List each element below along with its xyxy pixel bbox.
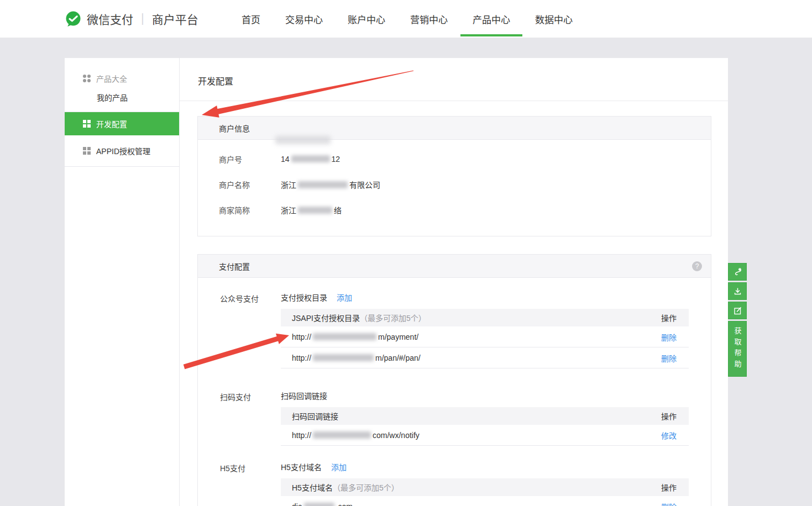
wechat-pay-logo-icon (65, 10, 82, 28)
scan-subline: 扫码回调链接 (281, 391, 711, 400)
jsapi-pay-label: 公众号支付 (220, 293, 259, 304)
auth-dir-url: http://m/payment/ (292, 333, 418, 341)
sidebar: 产品大全 我的产品 开发配置 APPID授权管理 (65, 58, 180, 506)
table-row: dia.com 删除 (281, 496, 689, 506)
merchant-shortname-value: 浙江络 (281, 204, 342, 215)
sidebar-item-label: 我的产品 (97, 92, 128, 103)
brand-name: 微信支付 (87, 10, 133, 27)
sidebar-divider (65, 166, 179, 167)
link-icon (733, 267, 742, 277)
redacted-blur (298, 181, 348, 188)
sidebar-item-product-catalog[interactable]: 产品大全 (65, 69, 179, 88)
get-help-button[interactable]: 获取帮助 (728, 321, 747, 377)
auth-dir-url: http://m/pan/#/pan/ (292, 354, 421, 362)
merchant-name-value: 浙江有限公司 (281, 179, 380, 190)
page-title: 开发配置 (198, 74, 233, 87)
download-button[interactable] (728, 282, 747, 300)
delete-link[interactable]: 删除 (661, 352, 677, 363)
help-question-icon[interactable]: ? (692, 261, 702, 271)
floating-toolbar: 获取帮助 (728, 263, 747, 377)
merchant-panel-header: 商户信息 (198, 117, 711, 140)
merchant-panel-title: 商户信息 (219, 123, 250, 134)
title-divider (180, 101, 728, 101)
redacted-blur (313, 354, 374, 361)
main-nav: 首页 交易中心 账户中心 营销中心 产品中心 数据中心 (242, 0, 573, 38)
delete-link[interactable]: 删除 (661, 501, 677, 506)
table-action-header: 操作 (661, 312, 677, 323)
table-header-label: H5支付域名（最多可添加5个） (292, 482, 399, 493)
payment-panel-header: 支付配置 ? (198, 255, 711, 278)
feedback-button[interactable] (728, 302, 747, 319)
redacted-blur (275, 136, 331, 144)
redacted-blur (304, 503, 334, 506)
sidebar-item-label: 产品大全 (96, 73, 127, 84)
merchant-shortname-row: 商家简称 浙江络 (198, 197, 711, 223)
jsapi-add-button[interactable]: 添加 (337, 292, 352, 303)
h5-pay-group: H5支付 H5支付域名 添加 H5支付域名（最多可添加5个） 操作 dia.co… (198, 462, 711, 506)
sidebar-item-label: 开发配置 (96, 118, 127, 129)
merchant-id-row: 商户号 1412 (198, 146, 711, 172)
table-header-row: H5支付域名（最多可添加5个） 操作 (281, 478, 689, 496)
merchant-info-panel: 商户信息 商户号 1412 商户名称 浙江有限公司 商家简称 浙江络 (197, 116, 711, 236)
jsapi-subtitle: 支付授权目录 (281, 292, 327, 303)
top-header: 微信支付 | 商户平台 首页 交易中心 账户中心 营销中心 产品中心 数据中心 (0, 0, 812, 38)
scan-subtitle: 扫码回调链接 (281, 390, 327, 401)
edit-icon (733, 306, 742, 315)
table-action-header: 操作 (661, 410, 677, 421)
scan-callback-table: 扫码回调链接 操作 http://com/wx/notify 修改 (281, 407, 689, 446)
jsapi-auth-dir-table: JSAPI支付授权目录（最多可添加5个） 操作 http://m/payment… (281, 309, 689, 368)
table-header-row: JSAPI支付授权目录（最多可添加5个） 操作 (281, 309, 689, 326)
nav-marketing-center[interactable]: 营销中心 (410, 0, 448, 38)
table-row: http://m/payment/ 删除 (281, 326, 689, 347)
redacted-blur (313, 431, 371, 439)
payment-config-panel: 支付配置 ? 公众号支付 支付授权目录 添加 JSAPI支付授权目录（最多可添加… (197, 254, 711, 506)
merchant-rows: 商户号 1412 商户名称 浙江有限公司 商家简称 浙江络 (198, 140, 711, 223)
merchant-shortname-label: 商家简称 (219, 204, 281, 215)
h5-pay-label: H5支付 (220, 462, 245, 473)
sidebar-item-my-products[interactable]: 我的产品 (65, 88, 179, 107)
table-action-header: 操作 (661, 482, 677, 493)
scan-pay-group: 扫码支付 扫码回调链接 扫码回调链接 操作 http://com/wx/noti… (198, 391, 711, 446)
table-header-label: 扫码回调链接 (292, 410, 338, 421)
merchant-name-row: 商户名称 浙江有限公司 (198, 172, 711, 197)
brand: 微信支付 | 商户平台 (65, 0, 198, 38)
h5-subtitle: H5支付域名 (281, 461, 322, 472)
modify-link[interactable]: 修改 (661, 430, 677, 441)
sidebar-item-dev-config[interactable]: 开发配置 (65, 112, 179, 135)
nav-home[interactable]: 首页 (242, 0, 260, 38)
grid-squares-icon (83, 147, 91, 155)
nav-account-center[interactable]: 账户中心 (348, 0, 385, 38)
table-header-note: （最多可添加5个） (333, 483, 399, 492)
get-help-label: 获取帮助 (732, 327, 743, 371)
merchant-id-label: 商户号 (219, 154, 281, 165)
h5-domain-value: dia.com (292, 502, 353, 506)
grid-squares-icon (83, 120, 91, 128)
nav-data-center[interactable]: 数据中心 (535, 0, 573, 38)
table-header-note: （最多可添加5个） (360, 314, 426, 323)
grid-dots-icon (83, 75, 91, 82)
redacted-blur (313, 333, 376, 340)
table-row: http://com/wx/notify 修改 (281, 425, 689, 446)
redacted-blur (291, 155, 330, 162)
h5-add-button[interactable]: 添加 (331, 461, 347, 472)
jsapi-pay-group: 公众号支付 支付授权目录 添加 JSAPI支付授权目录（最多可添加5个） 操作 … (198, 292, 711, 368)
sidebar-item-appid-auth[interactable]: APPID授权管理 (65, 135, 179, 166)
brand-platform: 商户平台 (152, 10, 198, 27)
main-area: 开发配置 商户信息 商户号 1412 商户名称 浙江有限公司 商家简称 浙江络 (180, 58, 728, 506)
delete-link[interactable]: 删除 (661, 331, 677, 342)
download-icon (733, 287, 742, 296)
h5-subline: H5支付域名 添加 (281, 462, 711, 472)
content-card: 产品大全 我的产品 开发配置 APPID授权管理 开发配置 商户信息 商户号 (65, 58, 728, 506)
h5-domain-table: H5支付域名（最多可添加5个） 操作 dia.com 删除 (281, 478, 689, 506)
link-share-button[interactable] (728, 263, 747, 281)
merchant-name-label: 商户名称 (219, 179, 281, 190)
scan-pay-label: 扫码支付 (220, 391, 251, 402)
nav-product-center[interactable]: 产品中心 (473, 0, 510, 38)
merchant-id-value: 1412 (281, 155, 340, 164)
payment-panel-body: 公众号支付 支付授权目录 添加 JSAPI支付授权目录（最多可添加5个） 操作 … (198, 278, 711, 506)
callback-url: http://com/wx/notify (292, 431, 420, 440)
table-header-row: 扫码回调链接 操作 (281, 407, 689, 425)
table-header-label: JSAPI支付授权目录（最多可添加5个） (292, 312, 426, 323)
nav-transaction-center[interactable]: 交易中心 (285, 0, 323, 38)
table-row: http://m/pan/#/pan/ 删除 (281, 347, 689, 368)
